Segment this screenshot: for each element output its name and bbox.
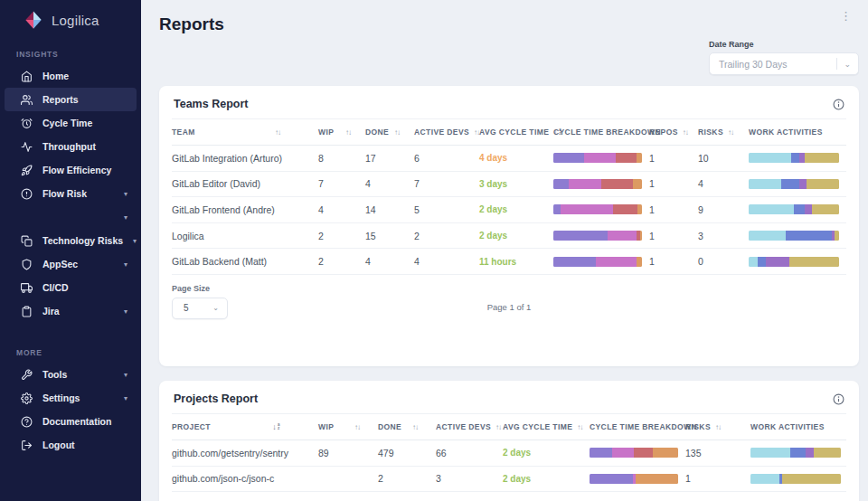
sort-icon[interactable]: ↑↓	[728, 128, 733, 137]
table-row[interactable]: github.com/json-c/json-c232 days1	[172, 467, 846, 493]
sort-icon[interactable]: ↑↓	[715, 423, 721, 431]
table-row[interactable]: Logilica21522 days13	[172, 223, 846, 250]
wip-value: 89	[318, 448, 378, 458]
sort-icon[interactable]: ↑↓	[354, 423, 360, 431]
table-row[interactable]: GitLab Backend (Matt)24411 hours10	[172, 249, 846, 275]
page-size-label: Page Size	[172, 284, 228, 293]
logilica-logo-icon	[24, 10, 43, 30]
bar-segment	[553, 204, 561, 214]
sort-icon[interactable]: ↑↓	[577, 423, 582, 431]
tool-icon	[21, 369, 33, 381]
kebab-menu-icon[interactable]: ⋮	[833, 13, 859, 27]
column-label: WORK ACTIVITIES	[749, 128, 823, 137]
sort-icon[interactable]: ↑↓	[345, 128, 351, 137]
bar-segment	[794, 204, 805, 214]
sidebar-item-reports[interactable]: Reports	[5, 88, 137, 111]
sort-icon[interactable]: ↑↓	[683, 128, 688, 137]
truck-icon	[21, 282, 33, 294]
clipboard-icon	[21, 306, 33, 317]
column-label: AVG CYCLE TIME	[503, 422, 572, 431]
sidebar-item-technology-risks[interactable]: Technology Risks▾	[5, 229, 137, 252]
sort-icon[interactable]: ↑↓	[495, 423, 501, 431]
info-icon[interactable]	[833, 99, 844, 110]
sidebar-item-label: AppSec	[42, 259, 78, 269]
sidebar-item-tools[interactable]: Tools▾	[5, 363, 137, 386]
work-activities-cell	[749, 179, 846, 189]
cycle-time-breakdown-bar	[553, 257, 642, 267]
sidebar-item-home[interactable]: Home	[5, 64, 137, 88]
risks-value: 9	[698, 204, 749, 215]
work-activities-cell	[750, 448, 846, 458]
sidebar-item-flow-efficiency[interactable]: Flow Efficiency	[5, 158, 137, 182]
projects-column-header-risks: RISKS↑↓	[685, 422, 750, 431]
bar-segment	[637, 153, 642, 163]
bar-segment	[749, 153, 791, 163]
sidebar-item-label: CI/CD	[42, 282, 69, 293]
chevron-down-icon: ▾	[133, 237, 137, 245]
sort-icon[interactable]: ↑↓	[275, 128, 280, 137]
bar-segment	[806, 448, 814, 458]
column-label: ACTIVE DEVS	[414, 128, 469, 137]
avg-cycle-time-value: 2 days	[503, 448, 590, 458]
sidebar-item-blank[interactable]: ▾	[5, 205, 137, 229]
bar-segment	[749, 231, 786, 241]
projects-table-header: PROJECT↓azWIP↑↓DONE↑↓ACTIVE DEVS↑↓AVG CY…	[172, 413, 846, 440]
chevron-down-icon: ▾	[124, 213, 127, 222]
column-label: DONE	[378, 422, 401, 431]
sidebar-item-label: Flow Efficiency	[42, 165, 111, 175]
sidebar-item-jira[interactable]: Jira▾	[5, 299, 137, 323]
bar-segment	[835, 231, 839, 241]
sidebar-item-label: Tools	[42, 369, 67, 380]
work-activities-bar	[749, 257, 839, 267]
column-label: WIP	[318, 422, 334, 431]
sort-icon[interactable]: ↑↓	[394, 128, 400, 137]
cycle-time-breakdown-cell	[590, 448, 685, 458]
teams-report-card: Teams Report TEAM↑↓WIP↑↓DONE↑↓ACTIVE DEV…	[159, 86, 859, 366]
column-label: REPOS	[649, 128, 678, 137]
rocket-icon	[21, 165, 33, 176]
projects-report-card: Projects Report PROJECT↓azWIP↑↓DONE↑↓ACT…	[159, 381, 859, 501]
info-icon[interactable]	[833, 393, 844, 405]
risks-value: 3	[698, 231, 749, 241]
work-activities-bar	[750, 448, 841, 458]
sidebar: Logilica INSIGHTSHomeReportsCycle TimeTh…	[0, 0, 141, 501]
teams-table-header: TEAM↑↓WIP↑↓DONE↑↓ACTIVE DEVS↑↓AVG CYCLE …	[172, 118, 846, 146]
column-label: RISKS	[698, 128, 723, 137]
logo-text: Logilica	[52, 13, 99, 28]
bar-segment	[596, 257, 637, 267]
table-row[interactable]: GitLab Editor (David)7473 days14	[172, 172, 846, 198]
cycle-time-breakdown-cell	[553, 179, 649, 189]
sort-descending-icon[interactable]: ↓az	[272, 422, 280, 431]
bar-segment	[640, 231, 642, 241]
column-label: CYCLE TIME BREAKDOWN	[590, 422, 697, 431]
sidebar-item-documentation[interactable]: Documentation	[5, 410, 137, 433]
sidebar-item-appsec[interactable]: AppSec▾	[5, 252, 137, 276]
cycle-time-breakdown-bar	[590, 474, 678, 484]
sort-icon[interactable]: ↑↓	[412, 423, 418, 431]
sidebar-item-cycle-time[interactable]: Cycle Time	[5, 111, 137, 135]
sidebar-item-label: Reports	[42, 94, 79, 105]
bar-segment	[789, 257, 839, 267]
sidebar-item-flow-risk[interactable]: Flow Risk▾	[5, 182, 137, 205]
sidebar-item-settings[interactable]: Settings▾	[5, 386, 137, 410]
teams-column-header-risks: RISKS↑↓	[698, 128, 749, 137]
projects-column-header-done: DONE↑↓	[378, 422, 436, 431]
table-row[interactable]: GitLab Frontend (Andre)41452 days19	[172, 197, 846, 223]
done-value: 15	[365, 231, 414, 241]
table-row[interactable]: GitLab Integration (Arturo)81764 days110	[172, 146, 846, 172]
wip-value: 2	[318, 256, 365, 267]
teams-column-header-avg-cycle-time: AVG CYCLE TIME↓az	[479, 128, 553, 137]
bar-segment	[637, 257, 642, 267]
chevron-down-icon: ▾	[124, 307, 127, 316]
sidebar-item-throughput[interactable]: Throughput	[5, 135, 137, 158]
work-activities-cell	[749, 231, 846, 241]
done-value: 2	[378, 473, 436, 484]
sidebar-item-logout[interactable]: Logout	[5, 433, 137, 457]
table-row[interactable]: github.com/getsentry/sentry89479662 days…	[172, 440, 846, 467]
teams-column-header-active-devs: ACTIVE DEVS↑↓	[414, 128, 479, 137]
bar-segment	[766, 257, 789, 267]
sidebar-item-ci-cd[interactable]: CI/CD	[5, 276, 137, 299]
date-range-select[interactable]: Trailing 30 Days ⌄	[709, 52, 859, 75]
sidebar-item-label: Technology Risks	[42, 235, 123, 246]
alarm-clock-icon	[21, 118, 33, 129]
